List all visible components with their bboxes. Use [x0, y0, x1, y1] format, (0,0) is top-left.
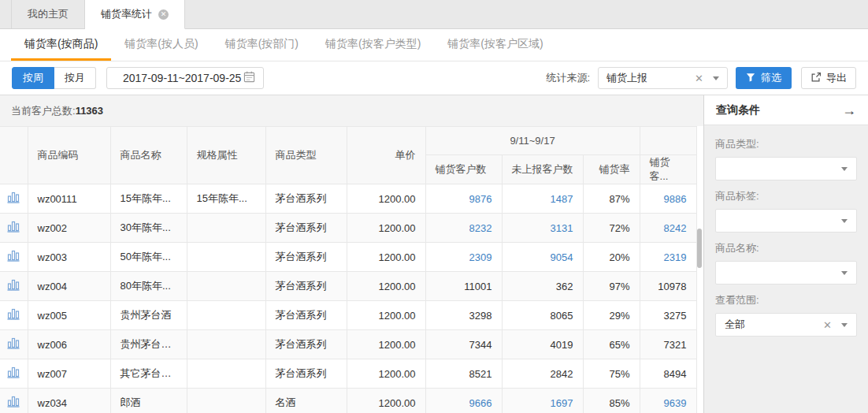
window-tab-label: 我的主页: [28, 7, 69, 21]
cell-unreported-customers: 2842: [502, 359, 583, 389]
cell-product-type: 茅台酒系列: [265, 184, 347, 214]
cell-product-name: 贵州茅台酒...: [110, 330, 187, 359]
cell-product-type: 茅台酒系列: [265, 330, 347, 359]
filter-select-product-tag[interactable]: [715, 209, 857, 233]
bar-chart-icon[interactable]: [7, 396, 20, 407]
bar-chart-icon[interactable]: [7, 250, 20, 262]
report-tab-bar: 铺货率(按商品) 铺货率(按人员) 铺货率(按部门) 铺货率(按客户类型) 铺货…: [0, 29, 868, 61]
cell-unit-price: 1200.00: [347, 243, 425, 272]
tab-rate-by-department[interactable]: 铺货率(按部门): [212, 29, 312, 61]
close-icon[interactable]: ✕: [158, 9, 169, 20]
cell-unreported-customers[interactable]: 1697: [502, 389, 583, 413]
window-tab-distribution-stats[interactable]: 铺货率统计 ✕: [85, 0, 185, 29]
filter-button[interactable]: 筛选: [736, 67, 792, 89]
period-toggle: 按周 按月: [12, 67, 96, 89]
cell-distribution-rate: 72%: [583, 214, 640, 243]
column-header-product-name[interactable]: 商品名称: [110, 127, 187, 184]
filter-select-product-name[interactable]: [715, 261, 857, 285]
source-select[interactable]: 铺货上报 ✕: [598, 67, 728, 89]
cell-unit-price: 1200.00: [347, 301, 425, 330]
cell-spec: [187, 301, 265, 330]
chevron-down-icon[interactable]: [841, 219, 848, 223]
cell-product-code: wz006: [28, 330, 110, 359]
cell-distributed-customers-next: 3275: [640, 301, 696, 330]
collapse-arrow-icon[interactable]: →: [842, 103, 856, 117]
filter-select-view-scope[interactable]: 全部 ✕: [715, 313, 857, 337]
chevron-down-icon[interactable]: [841, 167, 848, 171]
by-week-button[interactable]: 按周: [12, 67, 54, 89]
bar-chart-icon[interactable]: [7, 337, 20, 349]
column-header-distributed-customers-next[interactable]: 铺货客...: [640, 155, 696, 184]
cell-product-name: 80年陈年...: [110, 272, 187, 301]
column-header-spec[interactable]: 规格属性: [187, 127, 265, 184]
cell-unreported-customers: 4019: [502, 330, 583, 359]
tab-rate-by-product[interactable]: 铺货率(按商品): [11, 29, 111, 61]
column-header-distribution-rate[interactable]: 铺货率: [583, 155, 640, 184]
column-header-product-code[interactable]: 商品编码: [28, 127, 110, 184]
calendar-icon[interactable]: [243, 71, 255, 85]
filter-select-product-type[interactable]: [715, 157, 857, 180]
bar-chart-icon[interactable]: [7, 192, 20, 203]
cell-product-name: 贵州茅台酒: [110, 301, 187, 330]
table-row: wz00230年陈年...茅台酒系列1200.008232313172%8242: [0, 214, 696, 243]
cell-distributed-customers[interactable]: 2309: [425, 243, 502, 272]
cell-distributed-customers-next[interactable]: 2319: [640, 243, 696, 272]
cell-distribution-rate: 75%: [583, 359, 640, 389]
cell-distribution-rate: 87%: [583, 184, 640, 214]
cell-distributed-customers-next[interactable]: 9639: [640, 389, 696, 413]
cell-distribution-rate: 65%: [583, 330, 640, 359]
window-tab-home[interactable]: 我的主页: [11, 0, 85, 28]
bar-chart-icon[interactable]: [7, 308, 20, 320]
export-button[interactable]: 导出: [801, 67, 856, 89]
date-range-input[interactable]: 2017-09-11~2017-09-25: [106, 67, 264, 89]
window-tab-bar: 我的主页 铺货率统计 ✕: [0, 0, 868, 29]
tab-rate-by-customer-type[interactable]: 铺货率(按客户类型): [312, 29, 434, 61]
table-row: wz034郎酒名酒1200.009666169785%9639: [0, 389, 696, 413]
row-chart-cell: [0, 184, 28, 214]
row-chart-cell: [0, 272, 28, 301]
cell-spec: [187, 272, 265, 301]
cell-distributed-customers-next[interactable]: 8242: [640, 214, 696, 243]
row-chart-cell: [0, 301, 28, 330]
by-month-button[interactable]: 按月: [54, 67, 96, 89]
bar-chart-icon[interactable]: [7, 366, 20, 378]
cell-distributed-customers[interactable]: 8232: [425, 214, 502, 243]
cell-distributed-customers[interactable]: 9666: [425, 389, 502, 413]
clear-icon[interactable]: ✕: [823, 319, 832, 331]
cell-spec: [187, 389, 265, 413]
tab-rate-by-person[interactable]: 铺货率(按人员): [111, 29, 211, 61]
cell-unit-price: 1200.00: [347, 214, 425, 243]
row-chart-cell: [0, 359, 28, 389]
column-header-distributed-customers[interactable]: 铺货客户数: [425, 155, 502, 184]
cell-unreported-customers[interactable]: 9054: [502, 243, 583, 272]
cell-unreported-customers: 362: [502, 272, 583, 301]
clear-icon[interactable]: ✕: [695, 73, 703, 84]
cell-distributed-customers: 3298: [425, 301, 502, 330]
cell-product-name: 50年陈年...: [110, 243, 187, 272]
chevron-down-icon[interactable]: [713, 76, 719, 80]
bar-chart-icon[interactable]: [7, 221, 20, 233]
tab-rate-by-customer-region[interactable]: 铺货率(按客户区域): [434, 29, 556, 61]
cell-unreported-customers: 8065: [502, 301, 583, 330]
vertical-scrollbar[interactable]: [697, 229, 702, 268]
cell-distributed-customers-next[interactable]: 9886: [640, 184, 696, 214]
source-label: 统计来源:: [546, 71, 590, 85]
row-chart-cell: [0, 243, 28, 272]
filter-label-product-tag: 商品标签:: [715, 189, 857, 203]
column-header-unit-price[interactable]: 单价: [347, 127, 425, 184]
cell-distribution-rate: 85%: [583, 389, 640, 413]
cell-unit-price: 1200.00: [347, 359, 425, 389]
column-header-unreported-customers[interactable]: 未上报客户数: [502, 155, 583, 184]
total-customers-value: 11363: [76, 105, 103, 117]
chevron-down-icon[interactable]: [841, 271, 848, 275]
cell-distributed-customers[interactable]: 9876: [425, 184, 502, 214]
total-customers-label: 当前客户总数:: [11, 104, 76, 118]
cell-unit-price: 1200.00: [347, 330, 425, 359]
summary-band: 当前客户总数:11363: [0, 95, 703, 126]
column-header-product-type[interactable]: 商品类型: [265, 127, 347, 184]
chevron-down-icon[interactable]: [841, 323, 848, 327]
cell-unreported-customers[interactable]: 1487: [502, 184, 583, 214]
cell-unreported-customers[interactable]: 3131: [502, 214, 583, 243]
source-select-value: 铺货上报: [606, 71, 695, 85]
bar-chart-icon[interactable]: [7, 279, 20, 291]
